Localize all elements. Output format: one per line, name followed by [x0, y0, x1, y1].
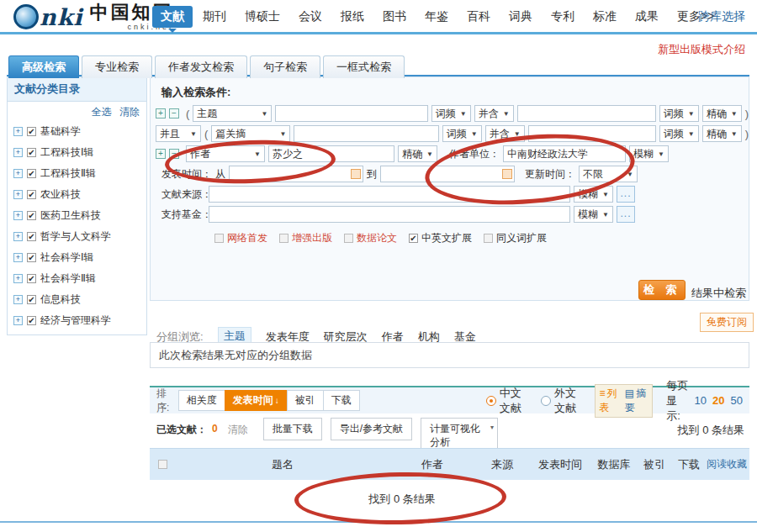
- operator-select-row2[interactable]: 并含: [485, 125, 525, 142]
- column-favorite[interactable]: 收藏: [727, 459, 747, 471]
- field-select-row1[interactable]: 主题: [193, 105, 272, 122]
- nav-item-books[interactable]: 图书: [374, 6, 415, 28]
- search-in-results-link[interactable]: 结果中检索: [691, 286, 746, 301]
- nav-item-theses[interactable]: 博硕士: [236, 6, 289, 28]
- sidebar-item-medicine[interactable]: 医药卫生科技: [8, 205, 146, 226]
- option-enhanced-publish[interactable]: 增强出版: [279, 231, 332, 245]
- nav-item-achievements[interactable]: 成果: [627, 6, 667, 28]
- cnki-logo[interactable]: nki 中国知网 cnki.net: [13, 3, 174, 31]
- calendar-icon[interactable]: [351, 169, 361, 179]
- sidebar-item-economics[interactable]: 经济与管理科学: [8, 310, 146, 331]
- source-input[interactable]: [209, 186, 570, 203]
- checkbox-icon[interactable]: [27, 211, 36, 220]
- cross-db-select-link[interactable]: 跨库选择: [698, 9, 745, 24]
- expand-icon[interactable]: [13, 148, 23, 157]
- sort-relevance[interactable]: 相关度: [178, 390, 225, 411]
- expand-icon[interactable]: [13, 295, 23, 304]
- date-to-input[interactable]: [380, 166, 515, 182]
- bool-select-row2[interactable]: 并且: [156, 125, 201, 142]
- fund-input[interactable]: [209, 206, 570, 223]
- radio-icon[interactable]: [486, 396, 496, 406]
- tab-sentence-search[interactable]: 句子检索: [250, 55, 320, 78]
- search-term-input-row2[interactable]: [294, 125, 438, 142]
- nav-item-conferences[interactable]: 会议: [290, 6, 331, 28]
- checkbox-icon[interactable]: [27, 148, 36, 157]
- column-database[interactable]: 数据库: [590, 457, 638, 472]
- source-more-button[interactable]: [617, 186, 635, 203]
- expand-icon[interactable]: [13, 190, 23, 199]
- expand-icon[interactable]: [13, 274, 23, 283]
- word-freq-select-row1a[interactable]: 词频: [431, 105, 471, 122]
- column-download[interactable]: 下载: [671, 457, 707, 472]
- radio-icon[interactable]: [541, 396, 551, 406]
- match-select-source[interactable]: 模糊: [574, 186, 613, 203]
- calendar-icon[interactable]: [502, 169, 512, 179]
- sidebar-item-basic-science[interactable]: 基础科学: [8, 121, 146, 142]
- checkbox-icon[interactable]: [27, 316, 36, 325]
- tab-author-search[interactable]: 作者发文检索: [155, 55, 247, 78]
- checkbox-icon[interactable]: [27, 169, 36, 178]
- tab-professional-search[interactable]: 专业检索: [82, 55, 152, 78]
- list-view-button[interactable]: 列表: [600, 387, 620, 415]
- match-select-fund[interactable]: 模糊: [574, 206, 613, 223]
- export-reference-button[interactable]: 导出/参考文献: [331, 418, 412, 440]
- checkbox-icon[interactable]: [409, 234, 418, 243]
- match-select-row1[interactable]: 精确: [702, 105, 742, 122]
- select-all-link[interactable]: 全选: [92, 106, 112, 118]
- match-select-author-unit[interactable]: 模糊: [629, 145, 669, 162]
- nav-item-standards[interactable]: 标准: [585, 6, 625, 28]
- author-name-input[interactable]: [268, 145, 394, 162]
- sort-downloads[interactable]: 下载: [323, 390, 360, 411]
- search-button[interactable]: 检 索: [638, 280, 686, 300]
- expand-icon[interactable]: [13, 232, 23, 241]
- checkbox-icon[interactable]: [27, 253, 36, 262]
- per-page-10[interactable]: 10: [695, 394, 707, 407]
- nav-item-journals[interactable]: 期刊: [194, 6, 235, 28]
- clear-link[interactable]: 清除: [119, 106, 140, 118]
- search-term-input-row1b[interactable]: [517, 105, 656, 122]
- expand-icon[interactable]: [13, 316, 23, 325]
- checkbox-icon[interactable]: [27, 190, 36, 199]
- nav-item-encyclopedia[interactable]: 百科: [458, 6, 499, 28]
- search-term-input-row2b[interactable]: [528, 125, 656, 142]
- checkbox-icon[interactable]: [27, 232, 36, 241]
- nav-item-yearbooks[interactable]: 年鉴: [416, 6, 457, 28]
- clear-selection-link[interactable]: 清除: [228, 423, 248, 437]
- word-freq-select-row2a[interactable]: 词频: [442, 125, 482, 142]
- add-row-icon[interactable]: +: [156, 108, 166, 119]
- nav-item-patents[interactable]: 专利: [543, 6, 583, 28]
- update-time-select[interactable]: 不限: [579, 166, 638, 182]
- column-cited[interactable]: 被引: [638, 457, 671, 472]
- add-row-icon[interactable]: +: [156, 149, 166, 159]
- date-from-input[interactable]: [229, 166, 363, 182]
- operator-select-row1[interactable]: 并含: [474, 105, 514, 122]
- word-freq-select-row2b[interactable]: 词频: [659, 125, 699, 142]
- batch-download-button[interactable]: 批量下载: [263, 418, 322, 440]
- free-subscribe-button[interactable]: 免费订阅: [700, 313, 754, 332]
- column-title[interactable]: 题名: [175, 457, 390, 472]
- sidebar-item-information-tech[interactable]: 信息科技: [8, 289, 146, 310]
- match-select-author[interactable]: 精确: [398, 145, 437, 162]
- column-publish-date[interactable]: 发表时间: [530, 457, 590, 472]
- column-author[interactable]: 作者: [390, 457, 474, 472]
- sort-cited[interactable]: 被引: [287, 390, 324, 411]
- checkbox-icon[interactable]: [27, 274, 36, 283]
- option-cn-en-extend[interactable]: 中英文扩展: [409, 231, 472, 245]
- sidebar-item-engineering-2[interactable]: 工程科技Ⅱ辑: [8, 163, 146, 184]
- nav-item-newspapers[interactable]: 报纸: [332, 6, 373, 28]
- per-page-50[interactable]: 50: [731, 394, 743, 407]
- sidebar-item-social-science-1[interactable]: 社会科学Ⅰ辑: [8, 247, 146, 268]
- word-freq-select-row1b[interactable]: 词频: [659, 105, 699, 122]
- field-select-row2[interactable]: 篇关摘: [211, 125, 290, 142]
- checkbox-icon[interactable]: [214, 234, 224, 243]
- tab-onebox-search[interactable]: 一框式检索: [323, 55, 405, 78]
- search-term-input-row1[interactable]: [275, 105, 427, 122]
- option-synonym-extend[interactable]: 同义词扩展: [484, 231, 547, 245]
- column-source[interactable]: 来源: [474, 457, 530, 472]
- expand-icon[interactable]: [13, 211, 23, 220]
- option-online-first[interactable]: 网络首发: [214, 231, 267, 245]
- remove-row-icon[interactable]: −: [169, 108, 179, 119]
- select-all-checkbox[interactable]: [158, 460, 167, 469]
- fund-more-button[interactable]: [617, 206, 635, 223]
- sidebar-item-philosophy[interactable]: 哲学与人文科学: [8, 226, 146, 247]
